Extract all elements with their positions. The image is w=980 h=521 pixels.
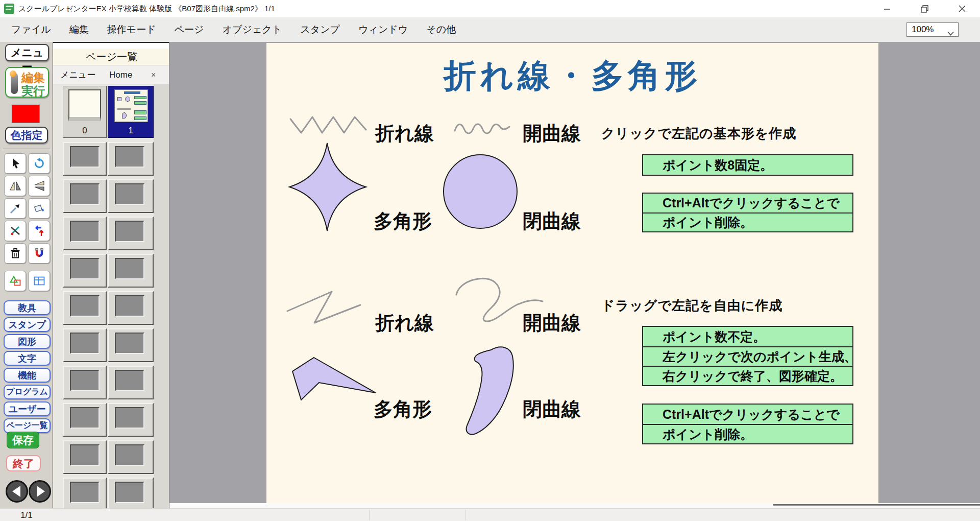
category-button-4[interactable]: 機能 <box>4 368 51 383</box>
category-button-1[interactable]: スタンプ <box>4 317 51 332</box>
edit-run-mode-button[interactable]: 編集 実行 <box>5 67 49 98</box>
empty-page-slot[interactable] <box>108 478 154 508</box>
statusbar-divider <box>369 510 370 520</box>
empty-page-slot[interactable] <box>63 217 107 250</box>
empty-thumbnail-row <box>53 477 169 508</box>
tool-grid <box>4 153 50 264</box>
chevron-down-icon <box>947 28 954 38</box>
page-thumbnail-1-selected[interactable]: 1 <box>108 86 154 138</box>
settings-tools-tool-button[interactable] <box>4 221 26 241</box>
open-curve-shape <box>455 124 509 133</box>
minimize-button[interactable] <box>875 0 899 17</box>
empty-page-slot[interactable] <box>108 179 154 213</box>
paint-bucket-tool-button[interactable] <box>28 198 50 219</box>
pen-icon <box>11 73 18 94</box>
empty-page-slot[interactable] <box>63 403 107 437</box>
empty-page-slot-inner <box>115 482 144 503</box>
canvas-bottom-strip <box>169 503 980 508</box>
current-color-swatch[interactable] <box>11 104 40 123</box>
empty-page-slot[interactable] <box>108 291 154 325</box>
magnet-tool-button[interactable] <box>28 243 50 264</box>
arrow-left-icon <box>12 486 20 497</box>
table-tool-button[interactable] <box>28 271 50 291</box>
empty-page-slot[interactable] <box>108 440 154 474</box>
empty-page-slot[interactable] <box>108 142 154 176</box>
empty-page-slot[interactable] <box>63 142 107 176</box>
empty-page-slot-inner <box>70 183 100 205</box>
category-button-6[interactable]: ユーザー <box>4 401 51 416</box>
menu-item-6[interactable]: ウィンドウ <box>358 23 408 36</box>
empty-page-slot[interactable] <box>63 291 107 325</box>
panel-gutter <box>154 84 169 508</box>
color-picker-button[interactable]: 色指定 <box>5 127 48 144</box>
scroll-resize-line[interactable] <box>773 504 980 506</box>
window-title: スクールプレゼンターEX 小学校算数 体験版 《B07図形自由線.spm2》 1… <box>18 0 275 17</box>
page-indicator: 1/1 <box>20 509 33 521</box>
label-polygon-top: 多角形 <box>374 208 432 234</box>
instruction-box-0-0: ポイント数8固定。 <box>642 154 853 176</box>
label-polyline-top: 折れ線 <box>375 121 434 147</box>
rotate-tool-button[interactable] <box>28 153 50 174</box>
undo-redo-tool-button[interactable] <box>28 221 50 241</box>
empty-page-slot-inner <box>115 183 144 205</box>
page-thumbnails: 0 1 <box>53 86 169 138</box>
label-polygon-bottom: 多角形 <box>374 396 432 422</box>
empty-page-slot[interactable] <box>63 254 107 288</box>
select-cursor-tool-button[interactable] <box>4 153 26 174</box>
menu-item-7[interactable]: その他 <box>426 23 456 36</box>
empty-page-slot-inner <box>70 221 100 242</box>
empty-page-slot[interactable] <box>63 440 107 474</box>
eyedropper-tool-button[interactable] <box>4 198 26 219</box>
save-button[interactable]: 保存 <box>7 432 39 448</box>
empty-thumbnail-row <box>53 290 169 327</box>
empty-page-slot[interactable] <box>108 217 154 250</box>
tab-home[interactable]: Home <box>109 65 132 84</box>
empty-page-slot-inner <box>115 370 144 391</box>
zoom-select[interactable]: 100% <box>906 22 959 37</box>
menu-item-0[interactable]: ファイル <box>11 23 51 36</box>
label-polyline-bottom: 折れ線 <box>375 310 434 336</box>
empty-page-slot[interactable] <box>63 478 107 508</box>
category-button-0[interactable]: 教具 <box>4 300 51 315</box>
menu-item-4[interactable]: オブジェクト <box>223 23 282 36</box>
instruction-row: ポイント数8固定。 <box>643 155 852 175</box>
restore-button[interactable] <box>913 0 936 17</box>
previous-page-button[interactable] <box>6 480 28 503</box>
label-open-curve-top: 開曲線 <box>523 121 581 147</box>
menu-item-3[interactable]: ページ <box>175 23 204 36</box>
empty-page-slot[interactable] <box>63 328 107 362</box>
left-toolbar: メニュー 編集 実行 色指定 教具スタンプ図形文字機能プログラムユーザーページ一… <box>0 42 53 508</box>
tab-close-icon[interactable]: × <box>148 65 159 84</box>
label-closed-curve-top: 閉曲線 <box>523 208 581 234</box>
toolbar-divider <box>3 149 50 149</box>
category-button-3[interactable]: 文字 <box>4 351 51 366</box>
category-button-5[interactable]: プログラム <box>4 385 51 399</box>
shapes-tool-button[interactable] <box>4 271 26 291</box>
flip-vertical-tool-button[interactable] <box>28 176 50 196</box>
page-thumbnail-0[interactable]: 0 <box>63 86 107 138</box>
tab-menu[interactable]: メニュー <box>60 65 95 84</box>
menu-item-5[interactable]: スタンプ <box>300 23 340 36</box>
instruction-row: 左クリックで次のポイント生成、 <box>643 346 852 366</box>
menu-item-1[interactable]: 編集 <box>69 23 89 36</box>
empty-page-slot[interactable] <box>63 179 107 213</box>
category-button-7[interactable]: ページ一覧 <box>4 418 51 433</box>
slide-canvas[interactable]: 折れ線・多角形 折れ線 開曲線 多角形 <box>266 43 878 503</box>
empty-page-slot-inner <box>115 146 144 168</box>
close-button[interactable] <box>950 0 974 17</box>
empty-page-slot[interactable] <box>108 254 154 288</box>
status-bar: 1/1 <box>0 508 980 521</box>
flip-horizontal-tool-button[interactable] <box>4 176 26 196</box>
empty-page-slot[interactable] <box>108 328 154 362</box>
category-button-2[interactable]: 図形 <box>4 334 51 349</box>
exit-button[interactable]: 終了 <box>6 455 41 471</box>
next-page-button[interactable] <box>29 480 51 503</box>
trash-tool-button[interactable] <box>4 243 26 264</box>
empty-page-slot-inner <box>70 482 100 503</box>
menu-item-2[interactable]: 操作モード <box>107 23 156 36</box>
category-buttons: 教具スタンプ図形文字機能プログラムユーザーページ一覧 <box>4 300 51 433</box>
empty-page-slot[interactable] <box>108 403 154 437</box>
menu-button[interactable]: メニュー <box>5 44 49 61</box>
empty-page-slot[interactable] <box>108 366 154 399</box>
empty-page-slot[interactable] <box>63 366 107 399</box>
